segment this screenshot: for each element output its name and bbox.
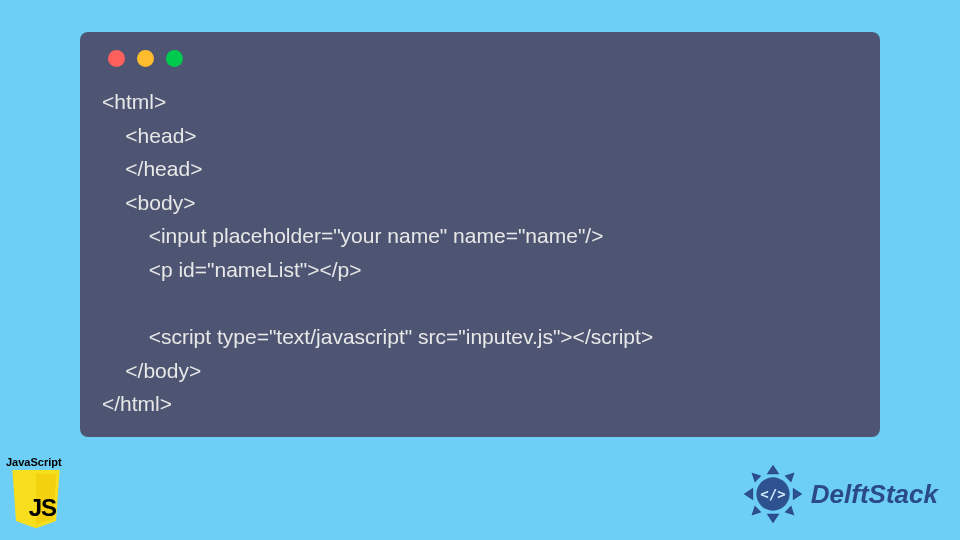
svg-text:</>: </> — [760, 486, 785, 502]
svg-marker-7 — [752, 507, 760, 515]
svg-marker-2 — [768, 514, 778, 522]
javascript-label: JavaScript — [6, 456, 72, 468]
svg-marker-8 — [786, 507, 794, 515]
maximize-icon — [166, 50, 183, 67]
brand-logo-block: </> DelftStack — [741, 462, 938, 526]
code-window: <html> <head> </head> <body> <input plac… — [80, 32, 880, 437]
minimize-icon — [137, 50, 154, 67]
javascript-abbrev: JS — [29, 494, 56, 522]
svg-marker-1 — [768, 466, 778, 474]
code-block: <html> <head> </head> <body> <input plac… — [102, 85, 858, 421]
svg-marker-5 — [752, 474, 760, 482]
svg-marker-4 — [793, 489, 801, 499]
window-traffic-lights — [102, 50, 858, 67]
close-icon — [108, 50, 125, 67]
svg-marker-6 — [786, 474, 794, 482]
javascript-shield-icon: JS — [6, 470, 66, 530]
svg-marker-3 — [745, 489, 753, 499]
javascript-badge: JavaScript JS — [6, 456, 72, 530]
brand-name: DelftStack — [811, 479, 938, 510]
delftstack-icon: </> — [741, 462, 805, 526]
